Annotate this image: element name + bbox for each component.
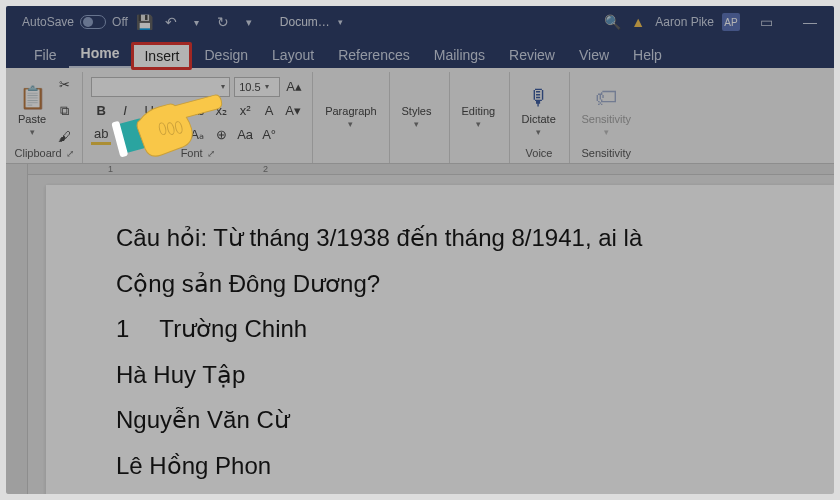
tab-home[interactable]: Home [69, 40, 132, 68]
save-icon[interactable]: 💾 [136, 14, 154, 30]
tab-help[interactable]: Help [621, 42, 674, 68]
chevron-down-icon: ▾ [265, 82, 269, 91]
subscript-button[interactable]: x₂ [211, 101, 231, 121]
voice-group-label: Voice [526, 147, 553, 159]
paragraph-label: Paragraph [325, 105, 376, 117]
styles-button[interactable]: Styles ▾ [398, 103, 436, 131]
page[interactable]: Câu hỏi: Từ tháng 3/1938 đến tháng 8/194… [46, 185, 834, 494]
tab-file[interactable]: File [22, 42, 69, 68]
format-painter-icon[interactable]: 🖌 [54, 127, 74, 147]
styles-label: Styles [402, 105, 432, 117]
font-color-icon[interactable]: A [139, 125, 159, 145]
clipboard-icon: 📋 [19, 85, 46, 111]
increase-font-icon[interactable]: A▴ [284, 77, 304, 97]
font-color-caret-icon[interactable]: ▾ [163, 125, 183, 145]
redo-icon[interactable]: ↻ [214, 14, 232, 30]
editing-button[interactable]: Editing ▾ [458, 103, 500, 131]
dialog-launcher-icon[interactable]: ⤢ [207, 148, 215, 159]
copy-icon[interactable]: ⧉ [54, 101, 74, 121]
option-number: 1 [116, 306, 129, 352]
paste-button[interactable]: 📋 Paste ▾ [14, 83, 50, 139]
paste-label: Paste [18, 113, 46, 125]
vertical-ruler[interactable] [6, 164, 28, 494]
autosave-state: Off [112, 15, 128, 29]
tab-layout[interactable]: Layout [260, 42, 326, 68]
chevron-down-icon: ▾ [348, 119, 353, 129]
chevron-down-icon: ▾ [414, 119, 419, 129]
group-clipboard: 📋 Paste ▾ ✂ ⧉ 🖌 Clipboard⤢ [6, 72, 83, 163]
sensitivity-button: 🏷 Sensitivity ▾ [578, 83, 636, 139]
autosave-toggle[interactable]: AutoSave Off [22, 15, 128, 29]
avatar[interactable]: AP [722, 13, 740, 31]
tab-view[interactable]: View [567, 42, 621, 68]
tab-design[interactable]: Design [192, 42, 260, 68]
group-voice: 🎙 Dictate ▾ Voice [510, 72, 570, 163]
warning-icon[interactable]: ▲ [629, 14, 647, 30]
change-case-icon[interactable]: Aa [235, 125, 255, 145]
enclose-char-icon[interactable]: ⊕ [211, 125, 231, 145]
group-editing: Editing ▾ [450, 72, 510, 163]
ribbon-display-icon[interactable]: ▭ [748, 14, 784, 30]
sensitivity-btn-label: Sensitivity [582, 113, 632, 125]
qat-customize-icon[interactable]: ▾ [240, 16, 258, 29]
editing-label: Editing [462, 105, 496, 117]
title-bar: AutoSave Off 💾 ↶ ▾ ↻ ▾ Docum… ▾ 🔍 ▲ Aaro… [6, 6, 834, 38]
group-font: ▾ 10.5▾ A▴ B I U ▾ ab x₂ x² A A▾ [83, 72, 313, 163]
group-paragraph: Paragraph ▾ [313, 72, 389, 163]
underline-button[interactable]: U [139, 101, 159, 121]
superscript-button[interactable]: x² [235, 101, 255, 121]
highlight-caret-icon[interactable]: ▾ [115, 125, 135, 145]
doc-line: Nguyễn Văn Cừ [116, 397, 834, 443]
search-icon[interactable]: 🔍 [603, 14, 621, 30]
document-name[interactable]: Docum… [280, 15, 330, 29]
tab-references[interactable]: References [326, 42, 422, 68]
doc-line: Câu hỏi: Từ tháng 3/1938 đến tháng 8/194… [116, 215, 834, 261]
chevron-down-icon: ▾ [604, 127, 609, 137]
cut-icon[interactable]: ✂ [54, 75, 74, 95]
doc-line: 1 Trường Chinh [116, 306, 834, 352]
decrease-font-icon[interactable]: A▾ [283, 101, 303, 121]
highlight-color-icon[interactable]: ab [91, 125, 111, 145]
tab-mailings[interactable]: Mailings [422, 42, 497, 68]
undo-caret-icon[interactable]: ▾ [188, 17, 206, 28]
font-name-combo[interactable]: ▾ [91, 77, 230, 97]
group-sensitivity: 🏷 Sensitivity ▾ Sensitivity [570, 72, 644, 163]
sensitivity-group-label: Sensitivity [582, 147, 632, 159]
dictate-button[interactable]: 🎙 Dictate ▾ [518, 83, 560, 139]
clipboard-group-label: Clipboard [15, 147, 62, 159]
docname-caret-icon[interactable]: ▾ [338, 17, 343, 27]
minimize-icon[interactable]: — [792, 14, 828, 30]
font-size-combo[interactable]: 10.5▾ [234, 77, 280, 97]
dictate-label: Dictate [522, 113, 556, 125]
tab-review[interactable]: Review [497, 42, 567, 68]
undo-icon[interactable]: ↶ [162, 14, 180, 30]
bold-button[interactable]: B [91, 101, 111, 121]
font-size-value: 10.5 [239, 81, 260, 93]
clear-format-icon[interactable]: Aₐ [187, 125, 207, 145]
option-text: Trường Chinh [159, 306, 307, 352]
toggle-icon [80, 15, 106, 29]
tab-insert[interactable]: Insert [131, 42, 192, 70]
user-name[interactable]: Aaron Pike [655, 15, 714, 29]
microphone-icon: 🎙 [528, 85, 550, 111]
text-effects-icon[interactable]: A [259, 101, 279, 121]
doc-line: Cộng sản Đông Dương? [116, 261, 834, 307]
tag-icon: 🏷 [595, 85, 617, 111]
horizontal-ruler[interactable]: 1 2 [28, 164, 834, 175]
ruler-mark: 1 [108, 164, 113, 174]
chevron-down-icon: ▾ [221, 82, 225, 91]
font-group-label: Font [181, 147, 203, 159]
ruler-mark: 2 [263, 164, 268, 174]
paragraph-button[interactable]: Paragraph ▾ [321, 103, 380, 131]
phonetic-guide-icon[interactable]: A° [259, 125, 279, 145]
doc-line: Hà Huy Tập [116, 352, 834, 398]
doc-line: Lê Hồng Phon [116, 443, 834, 489]
italic-button[interactable]: I [115, 101, 135, 121]
dialog-launcher-icon[interactable]: ⤢ [66, 148, 74, 159]
underline-caret-icon[interactable]: ▾ [163, 101, 183, 121]
autosave-label: AutoSave [22, 15, 74, 29]
chevron-down-icon: ▾ [536, 127, 541, 137]
group-styles: Styles ▾ [390, 72, 450, 163]
strikethrough-button[interactable]: ab [187, 101, 207, 121]
chevron-down-icon: ▾ [30, 127, 35, 137]
